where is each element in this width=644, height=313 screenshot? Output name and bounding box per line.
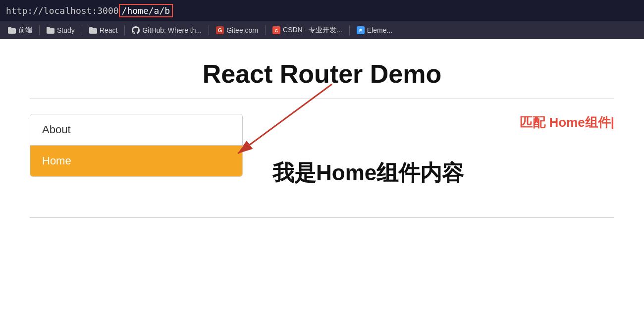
bookmark-qianduan[interactable]: 前端 (4, 24, 36, 36)
page-title: React Router Demo (30, 59, 614, 89)
nav-item-about[interactable]: About (30, 114, 242, 146)
bookmark-github[interactable]: GitHub: Where th... (128, 25, 206, 36)
url-path: /home/a/b (119, 4, 173, 17)
svg-text:C: C (275, 28, 278, 33)
bookmark-element[interactable]: E Eleme... (353, 25, 396, 36)
right-content: 匹配 Home组件| 我是Home组件内容 (272, 114, 614, 188)
github-icon (132, 26, 140, 34)
bookmark-csdn[interactable]: C CSDN - 专业开发... (268, 24, 346, 36)
bookmark-react[interactable]: React (85, 25, 122, 36)
main-layout: About Home 匹配 Home组件| 我是Home组件内容 (30, 114, 614, 188)
annotation-label: 匹配 Home组件| (520, 114, 614, 131)
folder-icon (8, 26, 16, 34)
component-content: 我是Home组件内容 (272, 158, 614, 188)
nav-box: About Home (30, 114, 243, 177)
svg-rect-1 (8, 27, 11, 29)
svg-text:G: G (218, 27, 222, 33)
element-icon: E (357, 26, 365, 34)
page-content: React Router Demo About Home 匹配 Home组件| (0, 39, 644, 312)
browser-bar: http://localhost:3000 /home/a/b (0, 0, 644, 21)
bookmarks-bar: 前端 Study React GitHub: Where th... G Git… (0, 21, 644, 39)
folder-icon-react (89, 26, 97, 34)
csdn-icon: C (272, 26, 280, 34)
bottom-divider (30, 217, 614, 218)
bookmark-study[interactable]: Study (43, 25, 79, 36)
folder-icon-study (47, 26, 54, 34)
url-prefix: http://localhost:3000 (6, 5, 119, 16)
nav-item-home[interactable]: Home (30, 146, 242, 176)
svg-line-13 (238, 84, 332, 154)
svg-rect-5 (89, 27, 93, 29)
svg-text:E: E (359, 28, 362, 33)
title-divider (30, 99, 614, 99)
gitee-icon: G (216, 26, 224, 34)
svg-rect-3 (47, 27, 50, 29)
bookmark-gitee[interactable]: G Gitee.com (212, 25, 262, 36)
url-bar[interactable]: http://localhost:3000 /home/a/b (6, 4, 173, 17)
